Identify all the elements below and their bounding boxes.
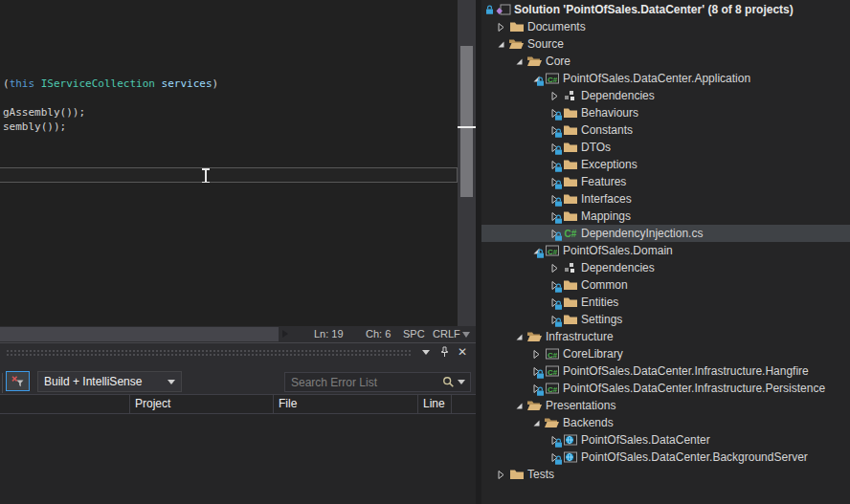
search-options-icon[interactable] xyxy=(458,380,465,384)
solution-explorer: Solution 'PointOfSales.DataCenter' (8 of… xyxy=(481,0,850,504)
pin-icon xyxy=(439,346,450,358)
expand-arrow-icon[interactable] xyxy=(493,18,508,35)
horizontal-scrollbar-thumb[interactable] xyxy=(0,327,279,341)
close-button[interactable]: ✕ xyxy=(455,344,470,360)
lock-icon xyxy=(536,74,545,91)
svg-text:C#: C# xyxy=(548,248,558,256)
tree-item[interactable]: C#PointOfSales.DataCenter.Application xyxy=(481,70,850,87)
errors-filter-button[interactable] xyxy=(6,371,30,391)
tree-item[interactable]: Mappings xyxy=(481,208,850,225)
tree-item[interactable]: Documents xyxy=(481,18,850,35)
code-token: services xyxy=(162,77,212,90)
code-token: ) xyxy=(212,77,219,90)
tree-item-label: Infrastructure xyxy=(546,330,614,343)
column-header[interactable] xyxy=(452,395,476,413)
collapse-arrow-icon[interactable] xyxy=(528,414,544,431)
folder-closed-icon xyxy=(562,121,578,139)
tree-item-label: PointOfSales.DataCenter.Infrastructure.H… xyxy=(563,364,809,378)
tree-item[interactable]: PointOfSales.DataCenter.BackgroundServer xyxy=(481,449,850,466)
tree-item[interactable]: Features xyxy=(481,173,850,190)
tree-item-label: Dependencies xyxy=(581,89,655,102)
tree-item[interactable]: Behaviours xyxy=(481,104,850,121)
tree-item[interactable]: Exceptions xyxy=(481,156,850,173)
column-header-file[interactable]: File xyxy=(274,395,418,413)
tree-item[interactable]: Entities xyxy=(481,294,850,311)
search-input[interactable] xyxy=(285,376,442,389)
expand-arrow-icon[interactable] xyxy=(547,259,562,276)
error-list-titlebar[interactable]: ✕ xyxy=(0,343,476,361)
tree-item-label: PointOfSales.Domain xyxy=(563,244,673,257)
expand-arrow-icon[interactable] xyxy=(547,87,562,104)
tree-item[interactable]: Presentations xyxy=(481,397,850,414)
folder-closed-icon xyxy=(562,311,578,328)
csproj-icon: C# xyxy=(544,242,560,259)
error-source-dropdown[interactable]: Build + IntelliSense xyxy=(37,371,182,392)
tree-item-label: Constants xyxy=(581,123,633,137)
tree-item[interactable]: Tests xyxy=(481,466,850,483)
collapse-arrow-icon[interactable] xyxy=(511,53,526,70)
code-token xyxy=(155,77,162,90)
vertical-scrollbar-thumb[interactable] xyxy=(460,46,473,197)
collapse-arrow-icon[interactable] xyxy=(493,35,508,53)
tree-item-label: Core xyxy=(546,55,570,68)
tree-item[interactable]: C#CoreLibrary xyxy=(481,345,850,362)
csproj-icon: C# xyxy=(544,362,560,380)
folder-open-icon xyxy=(508,35,525,53)
tree-item[interactable]: Constants xyxy=(481,121,850,139)
tree-item[interactable]: Infrastructure xyxy=(481,328,850,345)
search-icon[interactable] xyxy=(442,376,455,388)
tree-item[interactable]: Settings xyxy=(481,311,850,328)
tree-item[interactable]: PointOfSales.DataCenter xyxy=(481,431,850,449)
code-editor[interactable]: (this IServiceCollection services)gAssem… xyxy=(0,0,476,326)
expand-arrow-icon[interactable] xyxy=(528,345,544,362)
error-filter-icon xyxy=(11,375,26,388)
scroll-down-arrow-icon[interactable] xyxy=(462,332,470,338)
ibeam-cursor xyxy=(200,168,211,184)
tree-item-label: Behaviours xyxy=(581,106,638,120)
error-list-search-box xyxy=(284,372,471,392)
tree-item[interactable]: Source xyxy=(481,35,850,53)
folder-closed-icon xyxy=(508,18,525,35)
csproj-icon: C# xyxy=(544,345,560,362)
error-list-toolbar: Build + IntelliSense xyxy=(0,361,476,394)
code-token: sembly()); xyxy=(3,121,66,133)
tree-item-label: PointOfSales.DataCenter.Application xyxy=(563,72,750,85)
tree-item-label: PointOfSales.DataCenter xyxy=(581,433,710,447)
collapse-arrow-icon[interactable] xyxy=(511,328,526,345)
code-line: sembly()); xyxy=(3,121,66,134)
tree-item[interactable]: C#DependencyInjection.cs xyxy=(481,225,850,242)
tree-item[interactable]: C#PointOfSales.Domain xyxy=(481,242,850,259)
collapse-arrow-icon[interactable] xyxy=(511,397,526,414)
tree-item[interactable]: Core xyxy=(481,53,850,70)
tree-item[interactable]: Common xyxy=(481,276,850,294)
folder-closed-icon xyxy=(562,190,578,208)
column-header[interactable] xyxy=(0,395,130,413)
tree-item[interactable]: Solution 'PointOfSales.DataCenter' (8 of… xyxy=(481,1,850,18)
tree-item-label: Settings xyxy=(581,313,622,326)
column-header-line[interactable]: Line xyxy=(418,395,452,413)
toolbar-grip[interactable] xyxy=(2,373,3,393)
folder-closed-icon xyxy=(562,276,578,294)
column-header-project[interactable]: Project xyxy=(130,395,274,413)
tree-item-label: CoreLibrary xyxy=(563,347,623,361)
tree-item[interactable]: Interfaces xyxy=(481,190,850,208)
tree-item-label: PointOfSales.DataCenter.Infrastructure.P… xyxy=(563,382,825,395)
folder-closed-icon xyxy=(562,173,578,190)
scroll-right-arrow-icon[interactable] xyxy=(282,330,288,338)
expand-arrow-icon[interactable] xyxy=(493,466,508,483)
editor-bottom-bar: Ln: 19 Ch: 6 SPC CRLF xyxy=(0,326,476,342)
pin-button[interactable] xyxy=(436,344,452,360)
error-source-dropdown-label: Build + IntelliSense xyxy=(38,375,168,388)
tree-item-label: Solution 'PointOfSales.DataCenter' (8 of… xyxy=(514,3,794,16)
tree-item[interactable]: C#PointOfSales.DataCenter.Infrastructure… xyxy=(481,362,850,380)
window-menu-button[interactable] xyxy=(418,344,434,360)
folder-open-icon xyxy=(544,414,560,431)
editor-vertical-scrollbar[interactable] xyxy=(458,0,476,326)
tree-item-label: DependencyInjection.cs xyxy=(581,227,703,240)
tree-item-label: Exceptions xyxy=(581,158,638,171)
tree-item[interactable]: DTOs xyxy=(481,139,850,156)
titlebar-grip[interactable] xyxy=(6,348,413,356)
status-insert-mode: SPC xyxy=(403,326,425,342)
tree-item[interactable]: Backends xyxy=(481,414,850,431)
folder-closed-icon xyxy=(562,208,578,225)
